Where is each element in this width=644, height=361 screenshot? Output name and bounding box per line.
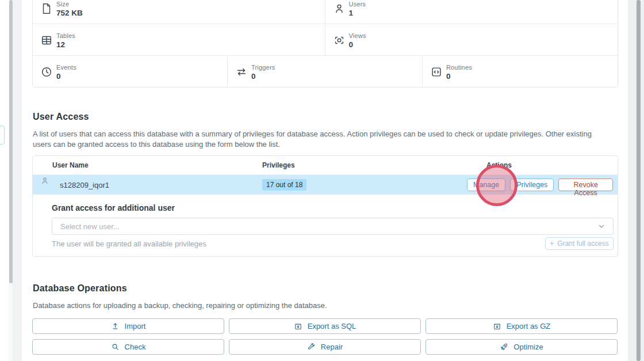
stat-label: Triggers bbox=[251, 64, 422, 71]
table-icon bbox=[40, 34, 53, 47]
select-placeholder: Select new user... bbox=[60, 222, 598, 231]
repair-button[interactable]: Repair bbox=[229, 339, 421, 355]
export-icon bbox=[493, 322, 501, 330]
optimize-label: Optimize bbox=[513, 343, 543, 351]
stat-label: Users bbox=[349, 1, 618, 7]
import-label: Import bbox=[125, 322, 146, 330]
stat-label: Tables bbox=[56, 32, 325, 39]
person-icon bbox=[40, 176, 49, 185]
export-icon bbox=[294, 322, 302, 330]
stat-value: 1 bbox=[349, 9, 618, 17]
views-icon bbox=[333, 34, 346, 47]
stat-label: Events bbox=[56, 64, 227, 71]
database-operations-grid: Import Export as SQL Export as GZ Check … bbox=[32, 318, 618, 355]
stat-value: 752 KB bbox=[56, 9, 325, 17]
database-operations-description: Database actions for uploading a backup,… bbox=[33, 301, 603, 311]
left-panel-gutter bbox=[13, 0, 22, 361]
grant-full-access-label: Grant full access bbox=[557, 240, 608, 248]
privileges-badge: 17 out of 18 bbox=[262, 179, 306, 191]
search-icon bbox=[111, 343, 120, 351]
column-header-user-name: User Name bbox=[33, 161, 262, 169]
rocket-icon bbox=[500, 343, 508, 351]
stat-value: 0 bbox=[56, 72, 227, 81]
stat-routines: Routines 0 bbox=[423, 56, 618, 88]
plus-icon: + bbox=[550, 240, 554, 248]
stat-tables: Tables 12 bbox=[33, 24, 325, 55]
export-sql-label: Export as SQL bbox=[308, 322, 356, 330]
file-icon bbox=[40, 2, 53, 15]
export-sql-button[interactable]: Export as SQL bbox=[229, 318, 421, 334]
stat-value: 0 bbox=[349, 40, 618, 49]
right-panel-gutter bbox=[628, 0, 644, 361]
select-new-user-dropdown[interactable]: Select new user... bbox=[52, 218, 614, 235]
database-operations-title: Database Operations bbox=[33, 283, 127, 294]
user-access-description: A list of users that can access this dat… bbox=[33, 129, 603, 149]
stat-triggers: Triggers 0 bbox=[228, 56, 423, 88]
stat-views: Views 0 bbox=[325, 24, 618, 55]
stat-value: 0 bbox=[446, 72, 618, 81]
user-table-row: s128209_iqor1 17 out of 18 Manage Privil… bbox=[33, 175, 618, 195]
check-label: Check bbox=[125, 343, 146, 351]
stat-value: 12 bbox=[56, 40, 325, 49]
grant-full-access-button[interactable]: + Grant full access bbox=[545, 237, 614, 250]
column-header-privileges: Privileges bbox=[262, 161, 467, 169]
cutoff-edge-box bbox=[0, 126, 5, 145]
manage-button[interactable]: Manage bbox=[467, 178, 505, 191]
stat-value: 0 bbox=[251, 72, 422, 81]
stat-label: Size bbox=[56, 1, 325, 7]
grant-access-title: Grant access for additional user bbox=[52, 203, 175, 212]
repair-label: Repair bbox=[321, 343, 343, 351]
upload-icon bbox=[111, 322, 120, 330]
export-gz-button[interactable]: Export as GZ bbox=[425, 318, 618, 334]
user-name-cell: s128209_iqor1 bbox=[33, 181, 262, 189]
right-scrollbar-thumb[interactable] bbox=[637, 0, 641, 361]
revoke-access-button[interactable]: Revoke Access bbox=[558, 178, 613, 191]
user-table-header: User Name Privileges Actions bbox=[33, 156, 618, 175]
stat-events: Events 0 bbox=[33, 56, 228, 88]
user-icon bbox=[333, 2, 346, 15]
swap-arrows-icon bbox=[235, 66, 248, 78]
privileges-cell: 17 out of 18 bbox=[262, 179, 467, 191]
stat-users: Users 1 bbox=[325, 0, 618, 24]
database-stats-card: Size 752 KB Users 1 Tables 12 Views 0 bbox=[32, 0, 618, 88]
privileges-button[interactable]: Privileges bbox=[510, 178, 554, 191]
wrench-icon bbox=[307, 343, 316, 351]
grant-helper-text: The user will be granted all available p… bbox=[52, 240, 206, 248]
export-gz-label: Export as GZ bbox=[507, 322, 551, 330]
check-button[interactable]: Check bbox=[32, 339, 224, 355]
user-access-title: User Access bbox=[33, 112, 89, 122]
stat-size: Size 752 KB bbox=[33, 0, 325, 24]
column-header-actions: Actions bbox=[467, 161, 618, 169]
user-name: s128209_iqor1 bbox=[60, 181, 109, 189]
stat-label: Routines bbox=[446, 64, 618, 71]
chevron-down-icon bbox=[598, 223, 605, 230]
stat-label: Views bbox=[349, 32, 618, 39]
optimize-button[interactable]: Optimize bbox=[425, 339, 618, 355]
import-button[interactable]: Import bbox=[32, 318, 224, 334]
code-icon bbox=[430, 66, 443, 78]
clock-icon bbox=[40, 66, 53, 78]
actions-cell: Manage Privileges Revoke Access bbox=[467, 178, 618, 191]
